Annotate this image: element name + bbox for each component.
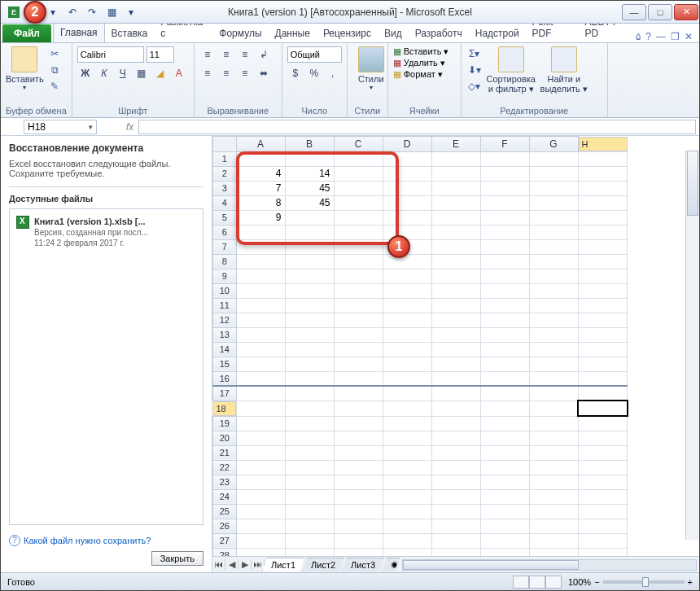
cell[interactable] bbox=[431, 195, 480, 210]
cell[interactable] bbox=[431, 166, 480, 181]
cell[interactable] bbox=[334, 342, 383, 357]
merge[interactable]: ⬌ bbox=[256, 65, 272, 81]
row-header[interactable]: 5 bbox=[213, 210, 237, 225]
tab-nav-last[interactable]: ⏭ bbox=[252, 559, 265, 570]
row-header[interactable]: 18 bbox=[213, 401, 236, 416]
help-icon[interactable]: ? bbox=[645, 31, 651, 42]
col-header[interactable]: C bbox=[334, 137, 383, 152]
cell[interactable] bbox=[236, 401, 285, 416]
row-header[interactable]: 25 bbox=[213, 504, 237, 519]
cell[interactable] bbox=[431, 269, 480, 283]
cell[interactable] bbox=[334, 548, 383, 556]
col-header[interactable]: F bbox=[480, 137, 529, 152]
cell[interactable] bbox=[529, 254, 578, 269]
cell[interactable] bbox=[383, 533, 431, 548]
cell[interactable] bbox=[285, 210, 334, 225]
cell[interactable] bbox=[529, 431, 578, 445]
cell[interactable] bbox=[480, 371, 529, 386]
recovery-help-link[interactable]: ?Какой файл нужно сохранить? bbox=[9, 535, 203, 546]
align-right[interactable]: ≡ bbox=[237, 65, 253, 81]
cell[interactable] bbox=[285, 504, 334, 519]
italic-button[interactable]: К bbox=[96, 65, 112, 81]
cell[interactable] bbox=[383, 298, 431, 313]
cell[interactable] bbox=[285, 460, 334, 475]
cell[interactable] bbox=[285, 416, 334, 431]
delete-cells[interactable]: ▦ Удалить ▾ bbox=[393, 58, 456, 68]
cell[interactable] bbox=[578, 431, 628, 445]
fx-icon[interactable]: fx bbox=[126, 121, 133, 133]
cell[interactable] bbox=[236, 225, 285, 239]
cell[interactable] bbox=[334, 166, 383, 181]
cell[interactable] bbox=[285, 342, 334, 357]
cell[interactable] bbox=[578, 313, 628, 327]
mdi-restore-icon[interactable]: ❐ bbox=[671, 31, 680, 42]
cell[interactable] bbox=[431, 342, 480, 357]
cell[interactable] bbox=[529, 166, 578, 181]
col-header[interactable]: H bbox=[579, 137, 628, 151]
cell[interactable] bbox=[383, 210, 431, 225]
cell[interactable] bbox=[383, 342, 431, 357]
minimize-button[interactable]: — bbox=[622, 4, 646, 20]
cell[interactable] bbox=[334, 371, 383, 386]
row-header[interactable]: 21 bbox=[213, 445, 237, 460]
cell[interactable] bbox=[383, 475, 431, 489]
row-header[interactable]: 26 bbox=[213, 519, 237, 533]
cell[interactable] bbox=[578, 386, 628, 401]
print-area-button[interactable]: ▦ bbox=[103, 4, 120, 20]
number-format-select[interactable]: Общий bbox=[287, 46, 342, 63]
cell[interactable] bbox=[236, 489, 285, 504]
bold-button[interactable]: Ж bbox=[77, 65, 94, 81]
cell[interactable] bbox=[334, 298, 383, 313]
cell[interactable] bbox=[480, 386, 529, 401]
format-cells[interactable]: ▦ Формат ▾ bbox=[393, 69, 456, 80]
zoom-label[interactable]: 100% bbox=[568, 577, 591, 587]
cell[interactable] bbox=[236, 416, 285, 431]
undo-button[interactable]: ↶ bbox=[64, 4, 81, 20]
cell[interactable] bbox=[431, 239, 480, 254]
cell[interactable] bbox=[431, 416, 480, 431]
cell[interactable] bbox=[383, 225, 431, 239]
cell[interactable] bbox=[480, 298, 529, 313]
cell[interactable] bbox=[334, 327, 383, 342]
cell[interactable] bbox=[529, 504, 578, 519]
cell[interactable] bbox=[236, 239, 285, 254]
col-header[interactable]: G bbox=[529, 137, 578, 152]
cell[interactable] bbox=[236, 298, 285, 313]
cell[interactable] bbox=[334, 489, 383, 504]
cell[interactable] bbox=[383, 283, 431, 298]
cell[interactable] bbox=[578, 371, 628, 386]
cell[interactable] bbox=[431, 475, 480, 489]
col-header[interactable]: A bbox=[236, 137, 285, 152]
row-header[interactable]: 10 bbox=[213, 283, 237, 298]
cell[interactable] bbox=[431, 431, 480, 445]
close-button[interactable]: ✕ bbox=[674, 4, 698, 20]
cell[interactable] bbox=[529, 416, 578, 431]
row-header[interactable]: 28 bbox=[213, 548, 237, 556]
cell[interactable] bbox=[285, 313, 334, 327]
cell[interactable] bbox=[334, 460, 383, 475]
row-header[interactable]: 13 bbox=[213, 327, 237, 342]
cell[interactable] bbox=[578, 181, 628, 195]
cell[interactable] bbox=[285, 445, 334, 460]
cell[interactable] bbox=[334, 195, 383, 210]
cell[interactable] bbox=[578, 416, 628, 431]
cell[interactable] bbox=[334, 445, 383, 460]
cell[interactable] bbox=[334, 151, 383, 166]
cell[interactable] bbox=[285, 225, 334, 239]
cell[interactable] bbox=[383, 269, 431, 283]
cell[interactable] bbox=[334, 475, 383, 489]
cell[interactable]: 45 bbox=[285, 195, 334, 210]
cell[interactable] bbox=[334, 533, 383, 548]
cell[interactable] bbox=[578, 283, 628, 298]
cell[interactable] bbox=[480, 533, 529, 548]
cell[interactable] bbox=[578, 239, 628, 254]
cell[interactable] bbox=[578, 475, 628, 489]
cell[interactable] bbox=[236, 342, 285, 357]
zoom-out-button[interactable]: − bbox=[594, 577, 599, 587]
row-header[interactable]: 23 bbox=[213, 475, 237, 489]
cell[interactable] bbox=[431, 313, 480, 327]
row-header[interactable]: 7 bbox=[213, 239, 237, 254]
cell[interactable] bbox=[480, 283, 529, 298]
cell[interactable] bbox=[480, 269, 529, 283]
cell[interactable] bbox=[383, 371, 431, 386]
